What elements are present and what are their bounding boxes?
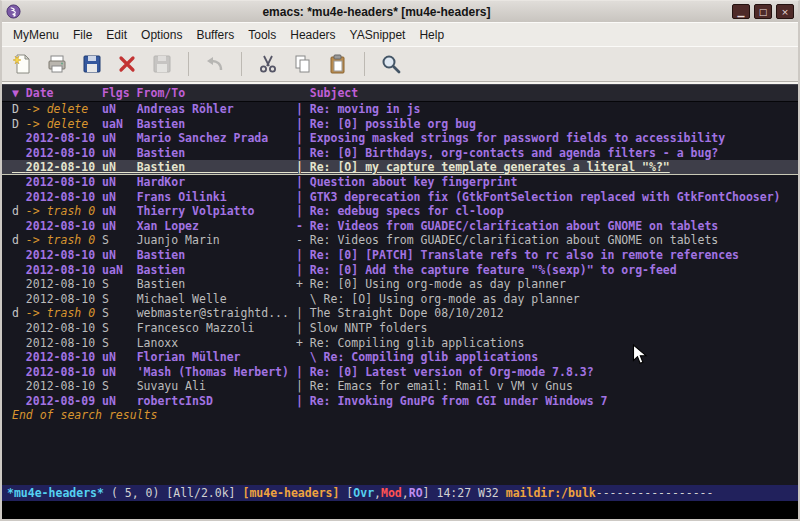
message-row[interactable]: 2012-08-10 S Bastien + Re: [0] Using org…: [2, 277, 798, 292]
save-icon: [80, 52, 104, 76]
emacs-window: emacs: *mu4e-headers* [mu4e-headers] ▁ □…: [0, 0, 800, 521]
message-row[interactable]: 2012-08-10 uN 'Mash (Thomas Herbert) | R…: [2, 365, 798, 380]
close-buffer-button[interactable]: [113, 50, 141, 78]
message-row[interactable]: 2012-08-10 uN Mario Sanchez Prada | Expo…: [2, 131, 798, 146]
modeline-major-mode: [mu4e-headers]: [242, 486, 339, 500]
new-file-icon: [10, 52, 34, 76]
message-row[interactable]: 2012-08-10 uN HardKor | Question about k…: [2, 175, 798, 190]
message-row[interactable]: 2012-08-10 uN Bastien | Re: [0] Birthday…: [2, 146, 798, 161]
paste-icon: [326, 52, 350, 76]
close-icon: ×: [781, 7, 789, 17]
modeline-status-sep: ,: [402, 486, 409, 500]
toolbar-separator: [188, 52, 189, 76]
toolbar-separator: [241, 52, 242, 76]
copy-button[interactable]: [289, 50, 317, 78]
modeline-maildir: maildir:/bulk: [506, 486, 596, 500]
window-title: emacs: *mu4e-headers* [mu4e-headers]: [25, 5, 728, 19]
minimize-button[interactable]: ▁: [732, 4, 750, 19]
modeline-modified-flag: Mod: [381, 486, 402, 500]
save-button[interactable]: [78, 50, 106, 78]
mode-line[interactable]: *mu4e-headers* ( 5, 0) [All/2.0k] [mu4e-…: [2, 485, 798, 501]
cut-icon: [256, 52, 280, 76]
minimize-icon: ▁: [738, 7, 745, 17]
modeline-readonly-flag: RO: [409, 486, 423, 500]
titlebar[interactable]: emacs: *mu4e-headers* [mu4e-headers] ▁ □…: [2, 1, 798, 22]
save-as-button: [148, 50, 176, 78]
message-row[interactable]: 2012-08-10 uN Xan Lopez - Re: Videos fro…: [2, 219, 798, 234]
message-row[interactable]: D -> delete uaN Bastien | Re: [0] possib…: [2, 117, 798, 132]
new-file-button[interactable]: [8, 50, 36, 78]
message-row[interactable]: 2012-08-10 S Suvayu Ali | Re: Emacs for …: [2, 379, 798, 394]
modeline-position: ( 5, 0): [111, 486, 159, 500]
modeline-size: [All/2.0k]: [166, 486, 235, 500]
empty-buffer-space: [2, 423, 798, 485]
modeline-status-sep: ,: [374, 486, 381, 500]
toolbar: [2, 46, 798, 82]
undo-button: [201, 50, 229, 78]
modeline-week: W32: [478, 486, 499, 500]
message-row[interactable]: 2012-08-10 S Francesco Mazzoli | Slow NN…: [2, 321, 798, 336]
message-row[interactable]: 2012-08-09 uN robertcInSD | Re: Invoking…: [2, 394, 798, 409]
modeline-dashes: -----------------: [596, 486, 714, 500]
menu-buffers[interactable]: Buffers: [189, 25, 241, 45]
search-icon: [379, 52, 403, 76]
buffer-area: ▼ Date Flgs From/To Subject D -> delete …: [2, 82, 798, 519]
message-row[interactable]: d -> trash 0 S webmaster@straightd... | …: [2, 306, 798, 321]
toolbar-separator: [364, 52, 365, 76]
copy-icon: [291, 52, 315, 76]
menu-options[interactable]: Options: [134, 25, 189, 45]
maximize-icon: □: [759, 7, 768, 17]
message-row[interactable]: 2012-08-10 S Michael Welle \ Re: [O] Usi…: [2, 292, 798, 307]
message-row[interactable]: 2012-08-10 uaN Bastien | Re: [0] Add the…: [2, 263, 798, 278]
menu-tools[interactable]: Tools: [241, 25, 283, 45]
menu-mymenu[interactable]: MyMenu: [6, 25, 66, 45]
message-list: D -> delete uN Andreas Röhler | Re: movi…: [2, 102, 798, 408]
menu-yasnippet[interactable]: YASnippet: [343, 25, 413, 45]
message-row[interactable]: 2012-08-10 S Lanoxx + Re: Compiling glib…: [2, 336, 798, 351]
message-row[interactable]: d -> trash 0 S Juanjo Marin - Re: Videos…: [2, 233, 798, 248]
undo-icon: [203, 52, 227, 76]
search-button[interactable]: [377, 50, 405, 78]
save-as-icon: [150, 52, 174, 76]
window-icon: [6, 4, 21, 19]
close-button[interactable]: ×: [776, 4, 794, 19]
menu-headers[interactable]: Headers: [283, 25, 342, 45]
message-row[interactable]: 2012-08-10 uN Frans Oilinki | GTK3 depre…: [2, 190, 798, 205]
print-icon: [45, 52, 69, 76]
modeline-status-close: ]: [423, 486, 430, 500]
echo-area[interactable]: [2, 501, 798, 519]
paste-button[interactable]: [324, 50, 352, 78]
message-row[interactable]: D -> delete uN Andreas Röhler | Re: movi…: [2, 102, 798, 117]
close-buffer-icon: [115, 52, 139, 76]
menu-file[interactable]: File: [66, 25, 99, 45]
header-line: ▼ Date Flgs From/To Subject: [2, 84, 798, 102]
message-row[interactable]: 2012-08-10 uN Bastien | Re: [O] my captu…: [2, 160, 798, 175]
maximize-button[interactable]: □: [754, 4, 772, 19]
modeline-overwrite-flag: Ovr: [353, 486, 374, 500]
print-button[interactable]: [43, 50, 71, 78]
menu-edit[interactable]: Edit: [99, 25, 134, 45]
menubar: MyMenu File Edit Options Buffers Tools H…: [2, 22, 798, 46]
cut-button[interactable]: [254, 50, 282, 78]
menu-help[interactable]: Help: [412, 25, 451, 45]
message-row[interactable]: 2012-08-10 uN Florian Müllner \ Re: Comp…: [2, 350, 798, 365]
message-row[interactable]: d -> trash 0 uN Thierry Volpiatto | Re: …: [2, 204, 798, 219]
modeline-buffer-name: *mu4e-headers*: [7, 486, 104, 500]
message-row[interactable]: 2012-08-10 uN Bastien | Re: [0] [PATCH] …: [2, 248, 798, 263]
end-of-results-message: End of search results: [2, 408, 798, 423]
modeline-time: 14:27: [436, 486, 471, 500]
